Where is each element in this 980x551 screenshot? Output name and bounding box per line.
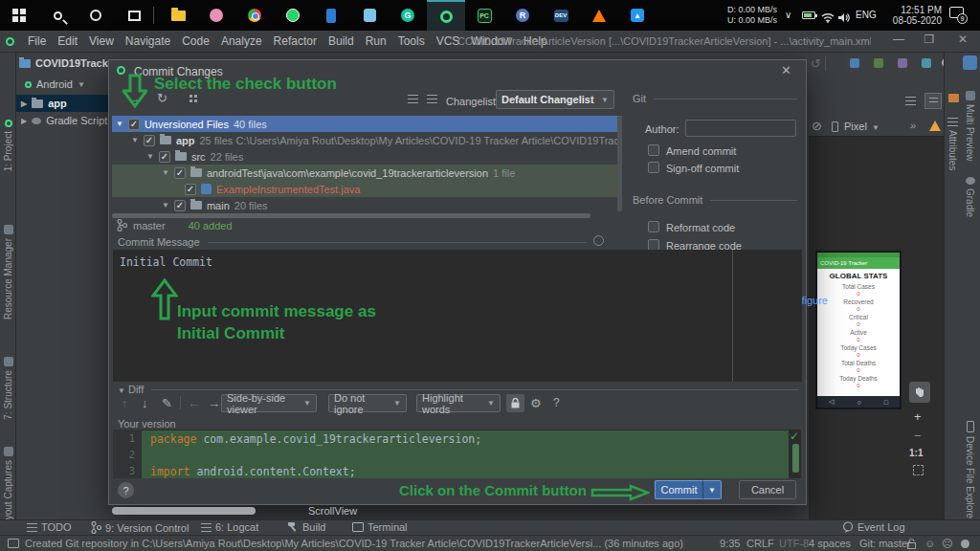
paint3d-icon[interactable] xyxy=(197,0,235,31)
rstudio-icon[interactable]: R xyxy=(503,0,542,31)
tree-horizontal-scrollbar[interactable] xyxy=(112,213,590,218)
undo-icon[interactable]: ↺ xyxy=(811,57,821,70)
include-checkbox[interactable] xyxy=(185,184,196,195)
tool-version-control[interactable]: 9: Version Control xyxy=(91,521,189,534)
expand-arrow-icon[interactable]: ▼ xyxy=(146,152,154,161)
notifications-icon[interactable]: 9 xyxy=(949,7,964,18)
next-difference-icon[interactable]: ↓ xyxy=(142,397,148,409)
tree-row-androidtest[interactable]: ▼ androidTest\java\com\example\covid_19t… xyxy=(112,165,622,181)
git-branch-indicator[interactable]: Git: master xyxy=(859,538,911,549)
highlighting-level-icon[interactable]: ☺ xyxy=(924,538,935,549)
cancel-button[interactable]: Cancel xyxy=(739,480,796,499)
edit-source-icon[interactable]: ✎ xyxy=(162,397,172,409)
commit-dropdown-button[interactable]: ▼ xyxy=(702,480,722,499)
whatsapp-icon[interactable] xyxy=(274,0,312,31)
tool-todo[interactable]: TODO xyxy=(27,521,72,533)
editor-scrollbar[interactable] xyxy=(792,444,799,473)
task-view-icon[interactable] xyxy=(115,0,153,31)
include-checkbox[interactable] xyxy=(128,119,140,130)
collapse-all-icon[interactable] xyxy=(427,95,437,103)
notepad-icon[interactable] xyxy=(350,0,389,31)
reformat-code-checkbox[interactable] xyxy=(648,221,659,232)
event-log-button[interactable]: Event Log xyxy=(842,521,905,533)
sdk-manager-icon[interactable] xyxy=(898,58,907,68)
split-view-icon[interactable] xyxy=(924,93,942,109)
encoding-indicator[interactable]: UTF-8 xyxy=(779,538,809,549)
tray-chevron-icon[interactable]: ∨ xyxy=(785,10,791,20)
readonly-lock-icon[interactable] xyxy=(907,539,916,551)
sidebar-item-gradle[interactable]: Gradle xyxy=(965,177,975,217)
clock[interactable]: 12:51 PM08-05-2020 xyxy=(882,5,942,26)
tool-logcat[interactable]: 6: Logcat xyxy=(201,521,258,533)
signoff-commit-checkbox[interactable] xyxy=(648,162,659,173)
windows-start-icon[interactable] xyxy=(0,0,38,31)
diff-editor[interactable]: 1 2 3 package com.example.covid_19tracke… xyxy=(113,430,801,478)
wifi-icon[interactable] xyxy=(821,10,835,27)
menu-run[interactable]: Run xyxy=(360,34,392,48)
include-checkbox[interactable] xyxy=(174,167,186,179)
close-window-button[interactable]: ✕ xyxy=(952,33,973,46)
status-message[interactable]: Created Git repository in C:\Users\Amiya… xyxy=(25,538,685,549)
zoom-fit-button[interactable] xyxy=(913,465,924,475)
zoom-actual-button[interactable]: 1:1 xyxy=(909,448,923,458)
help-button[interactable]: ? xyxy=(118,482,134,498)
photos-icon[interactable]: ▲ xyxy=(618,0,657,31)
gradle-daemon-icon[interactable] xyxy=(961,540,969,548)
sidebar-item-resource-manager[interactable]: Resource Manager xyxy=(3,225,13,320)
diff-viewer-dropdown[interactable]: Side-by-side viewer▼ xyxy=(221,394,317,412)
commit-history-icon[interactable] xyxy=(593,235,604,246)
menu-file[interactable]: File xyxy=(22,34,52,48)
menu-navigate[interactable]: Navigate xyxy=(120,34,176,48)
sync-project-icon[interactable] xyxy=(850,58,859,68)
volume-icon[interactable] xyxy=(838,10,851,27)
maximize-button[interactable]: ❒ xyxy=(919,33,940,46)
disable-editing-lock-icon[interactable] xyxy=(506,394,524,412)
project-panel-title[interactable]: COVID19TrackerA xyxy=(19,55,108,72)
sidebar-item-structure[interactable]: 7: Structure xyxy=(3,357,13,420)
status-message-icon[interactable] xyxy=(8,539,19,548)
network-speed-indicator[interactable]: D: 0.00 MB/sU: 0.00 MB/s xyxy=(710,5,777,26)
include-checkbox[interactable] xyxy=(174,200,186,211)
language-indicator[interactable]: ENG xyxy=(856,10,877,20)
tree-row-main[interactable]: ▼ main 20 files xyxy=(112,197,622,213)
tree-row-app[interactable]: ▼ app 25 files C:\Users\Amiya Rout\Deskt… xyxy=(112,132,622,148)
diff-help-icon[interactable]: ? xyxy=(553,397,560,409)
previous-change-icon[interactable]: ← xyxy=(188,397,200,409)
image-asset-icon[interactable] xyxy=(948,94,959,102)
caret-position[interactable]: 9:35 xyxy=(720,538,740,549)
group-by-icon[interactable] xyxy=(189,95,192,98)
dialog-close-icon[interactable]: ✕ xyxy=(781,63,791,77)
minimize-button[interactable]: — xyxy=(888,33,909,46)
pycharm-icon[interactable]: PC xyxy=(465,0,503,31)
previous-difference-icon[interactable]: ↑ xyxy=(122,397,128,409)
tree-row-example-test[interactable]: ExampleInstrumentedTest.java xyxy=(112,181,622,197)
android-studio-taskbar-icon[interactable] xyxy=(427,0,465,31)
tool-terminal[interactable]: Terminal xyxy=(352,521,408,533)
menu-analyze[interactable]: Analyze xyxy=(215,34,268,48)
file-explorer-icon[interactable] xyxy=(159,0,197,31)
pan-hand-icon[interactable] xyxy=(909,382,930,403)
expand-arrow-icon[interactable]: ▼ xyxy=(131,136,139,144)
vlc-icon[interactable] xyxy=(580,0,618,31)
changelist-dropdown[interactable]: Default Changelist▼ xyxy=(496,90,614,109)
menu-code[interactable]: Code xyxy=(176,34,215,48)
next-change-icon[interactable]: → xyxy=(208,397,220,409)
devcpp-icon[interactable]: DEV xyxy=(542,0,580,31)
menu-view[interactable]: View xyxy=(83,34,120,48)
warning-icon[interactable] xyxy=(929,121,941,131)
sidebar-item-device-file-explorer[interactable]: Device File Explorer xyxy=(965,421,975,521)
component-tree-scrollbar[interactable] xyxy=(112,507,256,515)
battery-icon[interactable] xyxy=(802,11,815,19)
indent-indicator[interactable]: 4 spaces xyxy=(809,538,851,549)
expand-all-icon[interactable] xyxy=(408,95,418,103)
commit-button[interactable]: Commit xyxy=(655,480,702,499)
menu-refactor[interactable]: Refactor xyxy=(268,34,323,48)
device-manager-icon[interactable] xyxy=(922,58,931,68)
diff-settings-gear-icon[interactable]: ⚙ xyxy=(530,397,542,409)
line-ending-indicator[interactable]: CRLF xyxy=(746,538,774,549)
tree-row-src[interactable]: ▼ src 22 files xyxy=(112,148,622,165)
sidebar-item-attributes[interactable]: Attributes xyxy=(947,118,958,170)
amend-commit-checkbox[interactable] xyxy=(648,144,659,156)
chrome-icon[interactable] xyxy=(235,0,274,31)
project-item-gradle-scripts[interactable]: ▶Gradle Script xyxy=(21,112,108,129)
